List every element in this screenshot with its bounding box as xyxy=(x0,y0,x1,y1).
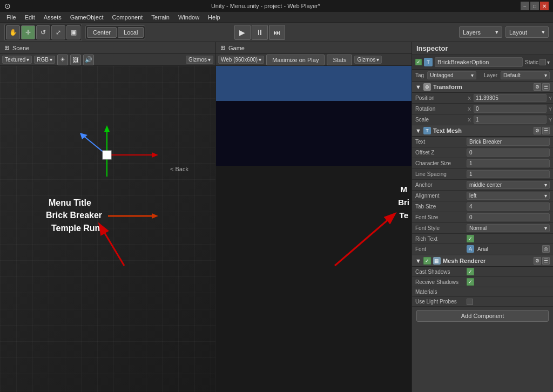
transform-settings-icon[interactable]: ⚙ xyxy=(534,83,541,91)
svg-marker-3 xyxy=(152,152,158,158)
scale-tool-button[interactable]: ⤢ xyxy=(51,25,65,39)
inspector-header: Inspector xyxy=(412,42,553,55)
menu-gameobject[interactable]: GameObject xyxy=(66,13,108,22)
anchor-select[interactable]: middle center ▾ xyxy=(467,181,550,189)
text-value-input[interactable] xyxy=(467,138,550,146)
window-controls: − □ ✕ xyxy=(521,2,549,10)
alignment-chevron: ▾ xyxy=(544,193,547,199)
active-toggle[interactable]: ✓ xyxy=(415,59,422,65)
char-size-input[interactable] xyxy=(467,159,550,167)
font-size-row: Font Size xyxy=(412,212,553,223)
menu-file[interactable]: File xyxy=(2,13,21,22)
step-button[interactable]: ⏭ xyxy=(269,25,285,40)
menu-terrain[interactable]: Terrain xyxy=(147,13,174,22)
transform-menu-icon[interactable]: ☰ xyxy=(542,83,550,91)
toolbar-right: Layers ▾ Layout ▾ xyxy=(459,26,549,38)
stats-button[interactable]: Stats xyxy=(327,55,352,65)
resolution-select[interactable]: Web (960x600) ▾ xyxy=(218,56,264,64)
rich-text-checkbox[interactable]: ✓ xyxy=(467,235,474,242)
receive-shadows-checkbox[interactable]: ✓ xyxy=(467,278,474,286)
game-gizmos-select[interactable]: Gizmos ▾ xyxy=(354,56,382,64)
object-type-icon: T xyxy=(424,58,433,66)
game-blue-bar xyxy=(216,66,412,101)
add-component-button[interactable]: Add Component xyxy=(416,310,549,322)
scene-menu-title: Menu Title xyxy=(49,198,91,208)
transform-expand-icon: ▼ xyxy=(415,84,421,90)
position-y-field: Y xyxy=(549,94,553,102)
hand-tool-button[interactable]: ✋ xyxy=(6,25,20,39)
scale-x-input[interactable] xyxy=(474,116,547,124)
layers-chevron-icon: ▾ xyxy=(495,29,498,36)
layer-select[interactable]: Default ▾ xyxy=(501,71,550,79)
scene-view[interactable]: Menu Title Brick Breaker Temple Run < Ba… xyxy=(0,66,215,392)
menu-help[interactable]: Help xyxy=(204,13,225,22)
back-label[interactable]: < Back xyxy=(170,166,188,172)
static-group: Static ▾ xyxy=(525,59,550,65)
object-name-field[interactable] xyxy=(435,57,523,67)
menubar: File Edit Assets GameObject Component Te… xyxy=(0,12,553,23)
tag-select[interactable]: Untagged ▾ xyxy=(427,71,476,79)
layers-dropdown[interactable]: Layers ▾ xyxy=(459,26,502,38)
rot-x-input[interactable] xyxy=(474,105,547,113)
mesh-renderer-header[interactable]: ▼ ✓ ▦ Mesh Renderer ⚙ ☰ xyxy=(412,255,553,267)
layout-dropdown[interactable]: Layout ▾ xyxy=(505,26,549,38)
mesh-renderer-buttons: ⚙ ☰ xyxy=(534,257,550,265)
sun-icon[interactable]: ☀ xyxy=(57,55,68,65)
color-mode-chevron: ▾ xyxy=(50,57,52,63)
font-size-input[interactable] xyxy=(467,213,550,221)
font-picker-icon[interactable]: ◎ xyxy=(542,245,550,253)
transform-component-header[interactable]: ▼ ⊕ Transform ⚙ ☰ xyxy=(412,82,553,93)
transform-buttons: ⚙ ☰ xyxy=(534,83,550,91)
menu-component[interactable]: Component xyxy=(107,13,147,22)
color-mode-select[interactable]: RGB ▾ xyxy=(34,56,55,64)
mesh-renderer-icon: ▦ xyxy=(433,257,441,265)
view-type-select[interactable]: Textured ▾ xyxy=(2,56,32,64)
audio-icon[interactable]: 🔊 xyxy=(83,55,94,65)
text-prop-row: Text xyxy=(412,137,553,147)
titlebar: ⊙ Unity - Menu.unity - project - Web Pla… xyxy=(0,0,553,12)
layout-chevron-icon: ▾ xyxy=(542,29,545,36)
maximize-button[interactable]: □ xyxy=(530,2,539,10)
image-icon[interactable]: 🖼 xyxy=(70,55,81,65)
move-tool-button[interactable]: ✛ xyxy=(21,25,35,39)
static-chevron[interactable]: ▾ xyxy=(547,59,550,65)
rect-tool-button[interactable]: ▣ xyxy=(66,25,80,39)
offset-z-input[interactable] xyxy=(467,148,550,157)
static-checkbox[interactable] xyxy=(539,59,546,65)
position-row: Position X Y Z xyxy=(412,93,553,104)
cast-shadows-checkbox[interactable]: ✓ xyxy=(467,268,474,275)
scene-panel: ⊞ Scene Textured ▾ RGB ▾ ☀ 🖼 🔊 Gizmos ▾ xyxy=(0,42,216,392)
text-mesh-header[interactable]: ▼ T Text Mesh ⚙ ☰ xyxy=(412,125,553,137)
mesh-renderer-settings-icon[interactable]: ⚙ xyxy=(534,257,541,265)
gizmos-select[interactable]: Gizmos ▾ xyxy=(186,56,213,64)
menu-edit[interactable]: Edit xyxy=(21,13,39,22)
alignment-select[interactable]: left ▾ xyxy=(467,192,550,200)
pause-button[interactable]: ⏸ xyxy=(252,25,268,40)
scene-panel-header: ⊞ Scene xyxy=(0,42,215,54)
text-mesh-menu-icon[interactable]: ☰ xyxy=(542,127,550,134)
pivot-tools: Center Local xyxy=(85,25,145,39)
text-mesh-settings-icon[interactable]: ⚙ xyxy=(534,127,541,134)
mesh-renderer-toggle[interactable]: ✓ xyxy=(423,257,431,265)
mesh-renderer-menu-icon[interactable]: ☰ xyxy=(542,257,550,265)
window-title: Unity - Menu.unity - project - Web Playe… xyxy=(11,3,521,9)
close-button[interactable]: ✕ xyxy=(540,2,549,10)
tab-size-input[interactable] xyxy=(467,202,550,211)
menu-assets[interactable]: Assets xyxy=(39,13,66,22)
receive-shadows-row: Receive Shadows ✓ xyxy=(412,277,553,287)
light-probes-checkbox[interactable] xyxy=(467,299,473,305)
font-style-chevron: ▾ xyxy=(544,225,547,231)
materials-row: Materials xyxy=(412,287,553,297)
center-button[interactable]: Center xyxy=(87,27,117,38)
font-style-select[interactable]: Normal ▾ xyxy=(467,224,550,232)
play-button[interactable]: ▶ xyxy=(234,25,251,40)
rotation-y-field: Y xyxy=(549,105,553,113)
maximize-on-play-button[interactable]: Maximize on Play xyxy=(266,55,325,65)
rotate-tool-button[interactable]: ↺ xyxy=(36,25,50,39)
pos-x-input[interactable] xyxy=(474,94,547,102)
menu-window[interactable]: Window xyxy=(174,13,204,22)
line-spacing-input[interactable] xyxy=(467,170,550,178)
minimize-button[interactable]: − xyxy=(521,2,529,10)
local-button[interactable]: Local xyxy=(118,27,144,38)
scale-row: Scale X Y Z xyxy=(412,114,553,125)
